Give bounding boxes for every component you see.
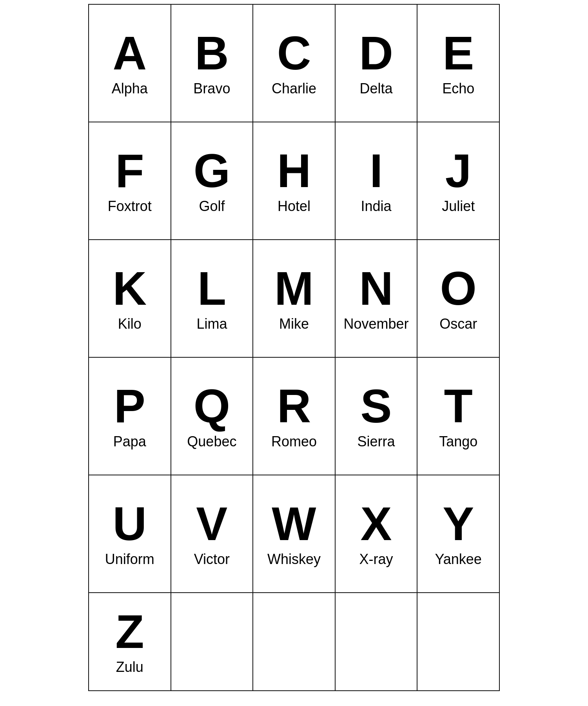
cell-hotel: H Hotel (253, 122, 336, 240)
cell-empty-3 (336, 593, 418, 691)
cell-echo: E Echo (417, 5, 500, 122)
letter-w: W (272, 500, 316, 547)
letter-k: K (113, 265, 147, 312)
letter-a: A (113, 29, 147, 76)
cell-charlie: C Charlie (253, 5, 336, 122)
letter-e: E (443, 29, 474, 76)
name-bravo: Bravo (193, 80, 230, 97)
name-yankee: Yankee (435, 551, 481, 568)
cell-golf: G Golf (171, 122, 254, 240)
letter-z: Z (115, 608, 144, 655)
cell-empty-4 (417, 593, 500, 691)
letter-n: N (359, 265, 393, 312)
letter-x: X (361, 500, 392, 547)
cell-india: I India (336, 122, 418, 240)
cell-whiskey: W Whiskey (253, 475, 336, 593)
cell-yankee: Y Yankee (417, 475, 500, 593)
letter-o: O (440, 265, 477, 312)
letter-s: S (361, 382, 392, 429)
cell-romeo: R Romeo (253, 358, 336, 475)
cell-foxtrot: F Foxtrot (89, 122, 171, 240)
name-uniform: Uniform (105, 551, 154, 568)
name-lima: Lima (196, 316, 227, 332)
letter-y: Y (443, 500, 474, 547)
name-juliet: Juliet (442, 198, 475, 215)
letter-q: Q (194, 382, 230, 429)
name-echo: Echo (442, 80, 474, 97)
cell-delta: D Delta (336, 5, 418, 122)
cell-alpha: A Alpha (89, 5, 171, 122)
name-whiskey: Whiskey (267, 551, 321, 568)
cell-tango: T Tango (417, 358, 500, 475)
cell-oscar: O Oscar (417, 240, 500, 358)
name-sierra: Sierra (358, 433, 395, 450)
name-xray: X-ray (359, 551, 393, 568)
grid-row-2: F Foxtrot G Golf H Hotel I India J Julie… (89, 122, 500, 240)
name-mike: Mike (279, 316, 309, 332)
letter-m: M (274, 265, 314, 312)
cell-uniform: U Uniform (89, 475, 171, 593)
letter-v: V (196, 500, 227, 547)
letter-u: U (113, 500, 147, 547)
letter-h: H (277, 147, 311, 194)
name-tango: Tango (439, 433, 477, 450)
letter-t: T (444, 382, 473, 429)
grid-row-4: P Papa Q Quebec R Romeo S Sierra T Tango (89, 358, 500, 475)
cell-papa: P Papa (89, 358, 171, 475)
name-foxtrot: Foxtrot (108, 198, 152, 215)
name-delta: Delta (360, 80, 393, 97)
cell-kilo: K Kilo (89, 240, 171, 358)
cell-xray: X X-ray (336, 475, 418, 593)
name-alpha: Alpha (112, 80, 148, 97)
letter-d: D (359, 29, 393, 76)
cell-november: N November (336, 240, 418, 358)
letter-f: F (115, 147, 144, 194)
name-zulu: Zulu (116, 659, 143, 675)
cell-victor: V Victor (171, 475, 254, 593)
cell-juliet: J Juliet (417, 122, 500, 240)
name-victor: Victor (194, 551, 230, 568)
letter-j: J (445, 147, 472, 194)
letter-b: B (195, 29, 229, 76)
cell-bravo: B Bravo (171, 5, 254, 122)
grid-row-1: A Alpha B Bravo C Charlie D Delta E Echo (89, 5, 500, 122)
letter-i: I (370, 147, 383, 194)
name-golf: Golf (199, 198, 225, 215)
name-quebec: Quebec (187, 433, 236, 450)
name-hotel: Hotel (278, 198, 310, 215)
name-papa: Papa (113, 433, 146, 450)
letter-p: P (114, 382, 145, 429)
alphabet-grid: A Alpha B Bravo C Charlie D Delta E Echo… (88, 4, 500, 691)
cell-zulu: Z Zulu (89, 593, 171, 691)
name-romeo: Romeo (271, 433, 317, 450)
cell-mike: M Mike (253, 240, 336, 358)
cell-lima: L Lima (171, 240, 254, 358)
name-india: India (361, 198, 392, 215)
letter-g: G (194, 147, 230, 194)
cell-empty-2 (253, 593, 336, 691)
name-charlie: Charlie (272, 80, 316, 97)
letter-c: C (277, 29, 311, 76)
letter-r: R (277, 382, 311, 429)
grid-row-3: K Kilo L Lima M Mike N November O Oscar (89, 240, 500, 358)
letter-l: L (198, 265, 226, 312)
cell-empty-1 (171, 593, 254, 691)
name-kilo: Kilo (118, 316, 142, 332)
name-november: November (344, 316, 409, 332)
name-oscar: Oscar (439, 316, 477, 332)
grid-row-6: Z Zulu (89, 593, 500, 691)
cell-sierra: S Sierra (336, 358, 418, 475)
cell-quebec: Q Quebec (171, 358, 254, 475)
grid-row-5: U Uniform V Victor W Whiskey X X-ray Y Y… (89, 475, 500, 593)
